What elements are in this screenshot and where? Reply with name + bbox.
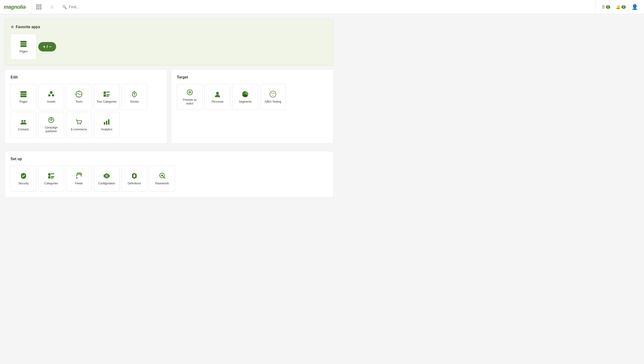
feeds-icon bbox=[75, 172, 83, 180]
app-campaign-publisher-label: Campaign publisher bbox=[40, 126, 62, 133]
edit-section-title: Edit bbox=[10, 75, 161, 80]
app-stories-label: Stories bbox=[130, 100, 138, 104]
target-app-abn[interactable]: A B n A/B/n Testing bbox=[260, 84, 286, 110]
edit-target-row: Edit Pages bbox=[5, 69, 334, 147]
stories-icon bbox=[130, 90, 138, 98]
svg-point-8 bbox=[52, 94, 54, 96]
edit-app-contacts[interactable]: Contacts bbox=[10, 112, 36, 138]
svg-rect-39 bbox=[48, 173, 50, 176]
svg-rect-40 bbox=[51, 173, 54, 174]
logo[interactable]: magnolia· bbox=[4, 0, 31, 14]
svg-point-47 bbox=[106, 175, 107, 176]
svg-point-21 bbox=[24, 120, 26, 122]
favorites-button[interactable]: ☆ bbox=[46, 2, 58, 13]
setup-app-security[interactable]: Security bbox=[10, 166, 36, 192]
edit-app-ecommerce[interactable]: E-commerce bbox=[66, 112, 92, 138]
bell-icon: 🔔 bbox=[616, 5, 620, 9]
grid-icon bbox=[36, 4, 41, 10]
ecommerce-icon bbox=[75, 118, 83, 126]
app-configuration-label: Configuration bbox=[98, 182, 115, 186]
assets-icon bbox=[47, 90, 55, 98]
edit-section: Edit Pages bbox=[5, 69, 167, 144]
svg-point-51 bbox=[161, 174, 163, 176]
setup-app-configuration[interactable]: Configuration bbox=[94, 166, 120, 192]
setup-app-passwords[interactable]: Passwords bbox=[149, 166, 175, 192]
svg-rect-29 bbox=[108, 119, 110, 125]
tasks-button[interactable]: ☰ 0 bbox=[600, 3, 612, 10]
segments-icon bbox=[241, 90, 249, 98]
svg-point-35 bbox=[270, 91, 276, 97]
target-app-segments[interactable]: Segments bbox=[232, 84, 258, 110]
favorite-star-icon: ☆ bbox=[10, 25, 14, 29]
svg-rect-5 bbox=[20, 95, 26, 97]
search-input[interactable] bbox=[69, 5, 590, 9]
svg-point-32 bbox=[189, 92, 190, 93]
star-icon: ☆ bbox=[50, 4, 54, 10]
tour-categories-icon bbox=[103, 90, 110, 98]
main-content: ☆ Favorite apps Pages + / − Edit bbox=[0, 14, 338, 206]
configuration-icon bbox=[103, 172, 110, 180]
svg-rect-16 bbox=[104, 94, 106, 97]
notifications-button[interactable]: 🔔 0 bbox=[614, 3, 628, 10]
favorite-apps-section: ☆ Favorite apps Pages + / − bbox=[5, 19, 334, 66]
add-favorite-button[interactable]: + / − bbox=[38, 42, 56, 52]
edit-apps-grid: Pages Assets bbox=[10, 84, 161, 138]
svg-rect-43 bbox=[51, 178, 53, 178]
edit-app-stories[interactable]: Stories bbox=[122, 84, 147, 110]
svg-line-52 bbox=[163, 176, 165, 178]
tasks-badge: 0 bbox=[606, 6, 610, 9]
svg-rect-4 bbox=[20, 94, 26, 95]
user-button[interactable]: 👤 bbox=[629, 2, 640, 13]
svg-rect-14 bbox=[104, 92, 106, 94]
search-area[interactable]: 🔍 bbox=[60, 5, 593, 9]
svg-point-44 bbox=[76, 177, 78, 179]
svg-point-20 bbox=[21, 120, 23, 122]
target-app-preview[interactable]: Preview as visitor bbox=[177, 84, 203, 110]
svg-point-26 bbox=[80, 124, 81, 124]
edit-app-campaign-publisher[interactable]: Campaign publisher bbox=[38, 112, 64, 138]
svg-text:A: A bbox=[271, 92, 273, 94]
edit-app-analytics[interactable]: Analytics bbox=[94, 112, 120, 138]
edit-app-pages[interactable]: Pages bbox=[10, 84, 36, 110]
svg-rect-18 bbox=[106, 96, 109, 97]
svg-rect-42 bbox=[51, 176, 54, 177]
target-apps-grid: Preview as visitor Personas bbox=[177, 84, 328, 110]
edit-app-tour-categories[interactable]: Tour Categories bbox=[94, 84, 120, 110]
svg-rect-15 bbox=[106, 92, 110, 92]
app-passwords-label: Passwords bbox=[155, 182, 169, 186]
svg-rect-17 bbox=[106, 94, 110, 95]
svg-point-53 bbox=[164, 178, 165, 179]
favorite-app-pages[interactable]: Pages bbox=[10, 34, 36, 60]
setup-app-feeds[interactable]: Feeds bbox=[66, 166, 92, 192]
svg-rect-28 bbox=[106, 121, 107, 125]
app-personas-label: Personas bbox=[212, 100, 224, 104]
target-app-personas[interactable]: Personas bbox=[204, 84, 230, 110]
app-assets-label: Assets bbox=[47, 100, 56, 104]
app-analytics-label: Analytics bbox=[101, 128, 112, 132]
definitions-icon bbox=[130, 172, 138, 180]
app-contacts-label: Contacts bbox=[18, 128, 29, 132]
notifications-badge: 0 bbox=[622, 6, 626, 9]
setup-app-categories[interactable]: Categories bbox=[38, 166, 64, 192]
app-tours-label: Tours bbox=[76, 100, 82, 104]
setup-app-definitions[interactable]: Definitions bbox=[122, 166, 147, 192]
logo-dot: · bbox=[26, 4, 28, 10]
app-segments-label: Segments bbox=[239, 100, 252, 104]
setup-section-title: Set up bbox=[10, 157, 328, 161]
pages-icon bbox=[20, 40, 28, 48]
personas-icon bbox=[214, 90, 222, 98]
svg-point-6 bbox=[50, 91, 52, 94]
edit-app-tours[interactable]: Tours bbox=[66, 84, 92, 110]
app-feeds-label: Feeds bbox=[75, 182, 83, 186]
svg-rect-3 bbox=[20, 91, 26, 93]
apps-grid-button[interactable] bbox=[33, 2, 44, 13]
app-tour-categories-label: Tour Categories bbox=[97, 100, 117, 104]
svg-rect-1 bbox=[20, 43, 26, 44]
svg-text:B: B bbox=[273, 92, 274, 94]
setup-section: Set up Security bbox=[5, 151, 334, 198]
app-categories-label: Categories bbox=[44, 182, 58, 186]
tours-icon bbox=[75, 90, 83, 98]
search-icon: 🔍 bbox=[62, 5, 67, 9]
edit-app-assets[interactable]: Assets bbox=[38, 84, 64, 110]
categories-icon bbox=[47, 172, 55, 180]
